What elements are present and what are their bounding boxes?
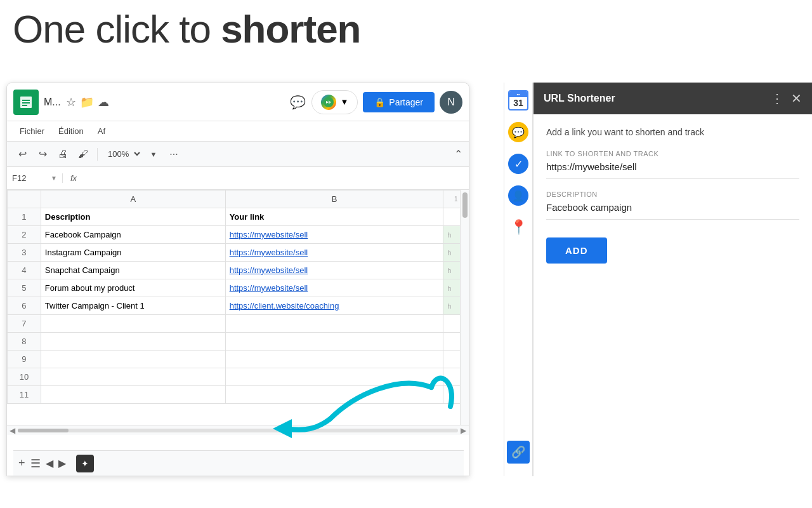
scrollbar-thumb: [462, 192, 468, 218]
row-number: 6: [8, 297, 41, 315]
table-row[interactable]: 2Facebook Campaignhttps://mywebsite/sell…: [8, 226, 469, 244]
next-sheet-icon[interactable]: ▶: [58, 457, 66, 469]
add-button[interactable]: ADD: [546, 237, 607, 264]
user-avatar[interactable]: N: [440, 91, 462, 114]
horizontal-scrollbar[interactable]: ◀ ▶: [7, 425, 469, 435]
cell-description[interactable]: Forum about my product: [41, 279, 225, 297]
grid-container: A B 1 1DescriptionYour link2Facebook Cam…: [7, 190, 469, 425]
cell-description[interactable]: [41, 333, 225, 351]
hero-title-bold: shorten: [221, 7, 360, 51]
more-options-icon[interactable]: ···: [165, 145, 183, 163]
collapse-icon[interactable]: ⌃: [454, 148, 462, 160]
panel-more-icon[interactable]: ⋮: [771, 91, 783, 106]
table-row[interactable]: 11: [8, 386, 469, 404]
row-number: 4: [8, 262, 41, 279]
lock-icon: 🔒: [374, 97, 385, 107]
calendar-icon[interactable]: ▪▪ 31: [508, 90, 528, 110]
hero-title: One click to shorten: [13, 6, 360, 51]
partager-button[interactable]: 🔒 Partager: [363, 92, 435, 112]
partager-label: Partager: [389, 97, 423, 107]
table-row[interactable]: 10: [8, 368, 469, 386]
maps-icon[interactable]: 📍: [508, 217, 528, 237]
table-row[interactable]: 4Snapchat Campaignhttps://mywebsite/sell…: [8, 262, 469, 279]
svg-rect-2: [22, 102, 30, 104]
link-anchor[interactable]: https://mywebsite/sell: [230, 283, 308, 293]
cell-link[interactable]: https://client.website/coaching: [225, 297, 443, 315]
link-field-value[interactable]: https://mywebsite/sell: [546, 161, 799, 179]
menu-affichage[interactable]: Af: [91, 124, 112, 138]
panel-header: URL Shortener ⋮ ✕: [534, 83, 812, 114]
folder-icon[interactable]: 📁: [80, 95, 94, 109]
prev-sheet-icon[interactable]: ◀: [46, 457, 53, 469]
cell-description[interactable]: [41, 386, 225, 404]
format-paint-icon[interactable]: 🖌: [74, 145, 92, 163]
link-anchor[interactable]: https://mywebsite/sell: [230, 230, 308, 239]
description-field-value[interactable]: Facebook campaign: [546, 202, 799, 220]
menu-fichier[interactable]: Fichier: [13, 124, 51, 138]
cell-link[interactable]: [225, 368, 443, 386]
row-number: 3: [8, 244, 41, 262]
cell-description[interactable]: Twitter Campaign - Client 1: [41, 297, 225, 315]
star-icon[interactable]: ☆: [66, 95, 76, 109]
url-shortener-icon[interactable]: 🔗: [507, 441, 530, 464]
table-row[interactable]: 1DescriptionYour link: [8, 208, 469, 226]
row-number: 7: [8, 315, 41, 333]
cell-link[interactable]: [225, 315, 443, 333]
fx-label: fx: [70, 173, 77, 183]
user-initial: N: [447, 97, 455, 108]
row-number: 1: [8, 208, 41, 226]
contacts-icon[interactable]: 👤: [508, 185, 528, 206]
link-anchor[interactable]: https://mywebsite/sell: [230, 248, 308, 257]
undo-icon[interactable]: ↩: [13, 145, 31, 163]
cell-description[interactable]: Description: [41, 208, 225, 226]
cell-link[interactable]: https://mywebsite/sell: [225, 226, 443, 244]
check-tasks-icon[interactable]: ✓: [508, 154, 528, 174]
cell-description[interactable]: [41, 315, 225, 333]
vertical-scrollbar[interactable]: [460, 190, 469, 425]
col-header-b[interactable]: B: [225, 190, 443, 208]
cell-link[interactable]: [225, 351, 443, 368]
cell-ref-dropdown[interactable]: ▼: [51, 175, 57, 182]
chat-icon[interactable]: 💬: [289, 93, 306, 111]
scroll-left-icon[interactable]: ◀: [10, 426, 15, 435]
panel-title: URL Shortener: [544, 93, 763, 104]
meet-label: ▼: [340, 97, 348, 107]
redo-icon[interactable]: ↪: [34, 145, 51, 163]
cell-link[interactable]: [225, 333, 443, 351]
table-row[interactable]: 6Twitter Campaign - Client 1https://clie…: [8, 297, 469, 315]
cell-link[interactable]: https://mywebsite/sell: [225, 279, 443, 297]
link-anchor[interactable]: https://client.website/coaching: [230, 301, 339, 311]
cell-description[interactable]: [41, 368, 225, 386]
cell-description[interactable]: Snapchat Campaign: [41, 262, 225, 279]
cell-description[interactable]: [41, 351, 225, 368]
print-icon[interactable]: 🖨: [54, 145, 72, 163]
cell-link[interactable]: Your link: [225, 208, 443, 226]
table-row[interactable]: 9: [8, 351, 469, 368]
panel-close-icon[interactable]: ✕: [791, 91, 802, 106]
cloud-icon[interactable]: ☁: [98, 95, 109, 109]
table-row[interactable]: 7: [8, 315, 469, 333]
row-number: 5: [8, 279, 41, 297]
cell-description[interactable]: Facebook Campaign: [41, 226, 225, 244]
cell-link[interactable]: [225, 386, 443, 404]
scroll-right-icon[interactable]: ▶: [461, 426, 466, 435]
link-anchor[interactable]: https://mywebsite/sell: [230, 265, 308, 275]
description-field-label: Description: [546, 190, 799, 198]
ai-badge[interactable]: ✦: [76, 455, 94, 472]
add-sheet-icon[interactable]: +: [18, 457, 25, 470]
table-row[interactable]: 5Forum about my producthttps://mywebsite…: [8, 279, 469, 297]
table-row[interactable]: 3Instagram Campaignhttps://mywebsite/sel…: [8, 244, 469, 262]
menu-edition[interactable]: Édition: [52, 124, 90, 138]
cell-link[interactable]: https://mywebsite/sell: [225, 244, 443, 262]
tasks-icon[interactable]: 💬: [508, 122, 528, 142]
right-icon-strip: ▪▪ 31 💬 ✓ 👤 📍 🔗: [504, 83, 533, 476]
zoom-arrow[interactable]: ▼: [145, 145, 162, 163]
row-number: 11: [8, 386, 41, 404]
table-row[interactable]: 8: [8, 333, 469, 351]
cell-link[interactable]: https://mywebsite/sell: [225, 262, 443, 279]
zoom-select[interactable]: 100% 75% 125%: [103, 147, 142, 161]
sheet-list-icon[interactable]: ☰: [30, 457, 41, 471]
col-header-a[interactable]: A: [41, 190, 225, 208]
cell-description[interactable]: Instagram Campaign: [41, 244, 225, 262]
meet-button[interactable]: ▼: [311, 90, 358, 114]
